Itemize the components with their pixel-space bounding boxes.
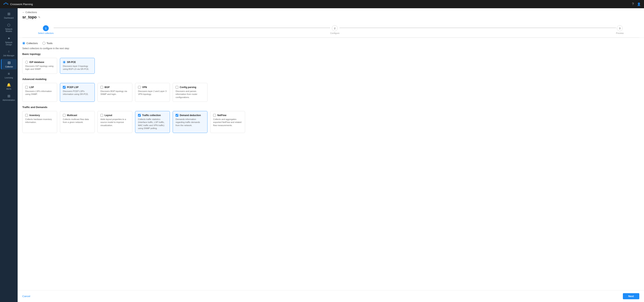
card-traffic-collection-title: Traffic collection xyxy=(142,114,161,117)
card-bgp-desc: Discovers BGP topology via SNMP and logi… xyxy=(100,90,130,96)
sidebar-item-network-models[interactable]: ⬡ Network Models xyxy=(1,21,17,34)
sidebar-item-dashboard[interactable]: ⊞ Dashboard xyxy=(1,10,17,21)
card-netflow-title: NetFlow xyxy=(217,114,226,117)
card-multicast[interactable]: Multicast Collects multicast flow data f… xyxy=(60,111,95,133)
breadcrumb[interactable]: ← Collections xyxy=(22,11,639,14)
radio-collectors-input[interactable] xyxy=(22,42,25,45)
card-sr-pce[interactable]: SR-PCE Discovers layer 3 topology using … xyxy=(60,58,95,74)
page-title: sr_topo xyxy=(22,15,36,20)
card-traffic-collection-desc: Collects traffic statistics (Interface t… xyxy=(138,118,167,130)
svg-rect-1 xyxy=(4,3,5,4)
wizard-step-2: 2 Configure xyxy=(330,25,340,34)
card-pcep-lsp-title: PCEP LSP xyxy=(67,86,78,89)
card-lsp[interactable]: LSP Discovers LSPs information using SNM… xyxy=(22,83,57,102)
sidebar-label-network-design: Network Design xyxy=(2,41,16,46)
card-inventory-title: Inventory xyxy=(29,114,40,117)
checkbox-traffic-collection[interactable] xyxy=(138,114,141,117)
cards-advanced-modeling: LSP Discovers LSPs information using SNM… xyxy=(22,83,639,102)
main-content: ← Collections sr_topo ✎ 1 Select collect… xyxy=(18,8,644,302)
checkbox-pcep-lsp[interactable] xyxy=(63,86,66,89)
checkbox-layout[interactable] xyxy=(100,114,103,117)
wizard-step-1-label: Select collectors xyxy=(38,32,54,34)
card-lsp-header: LSP xyxy=(25,86,54,89)
checkbox-inventory[interactable] xyxy=(25,114,28,117)
svg-rect-4 xyxy=(8,4,8,5)
checkbox-demand-deduction[interactable] xyxy=(176,114,178,117)
sidebar-item-collector[interactable]: ⊟ Collector xyxy=(1,59,17,69)
checkbox-lsp[interactable] xyxy=(25,86,28,89)
card-config-parsing[interactable]: Config parsing Discovers and parses info… xyxy=(173,83,208,102)
card-netflow[interactable]: NetFlow Collects and aggregates exported… xyxy=(210,111,245,133)
wizard-step-2-circle: 2 xyxy=(332,25,338,31)
help-icon[interactable]: ? xyxy=(632,2,634,6)
card-vpn[interactable]: VPN Discovers layer 2 and Layer 3 VPN to… xyxy=(135,83,170,102)
app-title: Crosswork Planning xyxy=(10,3,33,6)
card-lsp-title: LSP xyxy=(29,86,34,89)
card-igp-desc: Discovers IGP topology using login and S… xyxy=(25,65,54,71)
card-multicast-desc: Collects multicast flow data from a give… xyxy=(63,118,92,124)
card-demand-deduction[interactable]: Demand deduction Demands information reg… xyxy=(173,111,208,133)
breadcrumb-label: Collections xyxy=(26,11,37,14)
network-design-icon: ✦ xyxy=(8,36,10,41)
wizard-step-3-label: Preview xyxy=(616,32,624,34)
cancel-button[interactable]: Cancel xyxy=(22,295,30,298)
card-bgp[interactable]: BGP Discovers BGP topology via SNMP and … xyxy=(98,83,132,102)
checkbox-vpn[interactable] xyxy=(138,86,141,89)
card-layout[interactable]: Layout Adds layout properties to a sourc… xyxy=(98,111,132,133)
card-multicast-header: Multicast xyxy=(63,114,92,117)
radio-tools-label: Tools xyxy=(46,42,52,45)
user-icon[interactable]: 👤 xyxy=(637,2,641,6)
wizard-step-3-circle: 3 xyxy=(617,25,623,31)
section-title-advanced: Advanced modeling xyxy=(22,78,639,81)
sidebar-item-alerts[interactable]: 🔔 Alerts xyxy=(1,81,17,92)
card-config-parsing-desc: Discovers and parses information from ro… xyxy=(176,90,204,99)
dashboard-icon: ⊞ xyxy=(8,12,10,16)
sidebar-label-collector: Collector xyxy=(5,66,13,68)
card-igp-title: IGP database xyxy=(29,61,44,64)
card-inventory-desc: Collects hardware inventory information. xyxy=(25,118,54,124)
checkbox-multicast[interactable] xyxy=(63,114,66,117)
radio-collectors-label: Collectors xyxy=(26,42,38,45)
card-config-parsing-header: Config parsing xyxy=(176,86,204,89)
card-pcep-lsp[interactable]: PCEP LSP Discovers PCEP LSPs information… xyxy=(60,83,95,102)
collector-icon: ⊟ xyxy=(8,61,10,65)
card-layout-header: Layout xyxy=(100,114,130,117)
next-button[interactable]: Next xyxy=(623,293,639,299)
sidebar-item-licensing[interactable]: ≡ Licensing xyxy=(1,70,17,80)
top-nav: Crosswork Planning ? 👤 xyxy=(0,0,644,8)
cards-basic-topology: IGP database Discovers IGP topology usin… xyxy=(22,58,639,74)
wizard-line-2 xyxy=(340,28,616,28)
wizard-bar: 1 Select collectors 2 Configure 3 Previe… xyxy=(22,22,639,38)
svg-rect-2 xyxy=(6,3,7,4)
card-layout-desc: Adds layout properties to a source model… xyxy=(100,118,130,127)
card-vpn-desc: Discovers layer 2 and Layer 3 VPN topolo… xyxy=(138,90,167,96)
sidebar-item-network-design[interactable]: ✦ Network Design xyxy=(1,35,17,47)
footer-bar: Cancel Next xyxy=(18,290,644,302)
card-igp-database[interactable]: IGP database Discovers IGP topology usin… xyxy=(22,58,57,74)
radio-igp[interactable] xyxy=(25,61,28,64)
radio-tools[interactable]: Tools xyxy=(42,42,52,45)
card-vpn-header: VPN xyxy=(138,86,167,89)
card-sr-pce-header: SR-PCE xyxy=(63,61,92,64)
checkbox-config-parsing[interactable] xyxy=(176,86,178,89)
svg-rect-0 xyxy=(6,2,6,4)
radio-sr-pce[interactable] xyxy=(63,61,66,64)
card-traffic-collection[interactable]: Traffic collection Collects traffic stat… xyxy=(135,111,170,133)
job-manager-icon: ↑ xyxy=(8,50,10,54)
sidebar-item-administration[interactable]: ⊞ Administration xyxy=(1,92,17,103)
card-traffic-collection-header: Traffic collection xyxy=(138,114,167,117)
checkbox-netflow[interactable] xyxy=(213,114,216,117)
card-vpn-title: VPN xyxy=(142,86,147,89)
card-inventory[interactable]: Inventory Collects hardware inventory in… xyxy=(22,111,57,133)
radio-collectors[interactable]: Collectors xyxy=(22,42,38,45)
sidebar: ⊞ Dashboard ⬡ Network Models ✦ Network D… xyxy=(0,8,18,302)
edit-title-icon[interactable]: ✎ xyxy=(38,16,40,19)
card-demand-deduction-title: Demand deduction xyxy=(180,114,201,117)
radio-tools-input[interactable] xyxy=(42,42,46,45)
wizard-line-1 xyxy=(54,28,330,28)
sidebar-item-job-manager[interactable]: ↑ Job Manager xyxy=(1,48,17,58)
sidebar-label-job-manager: Job Manager xyxy=(3,55,14,57)
administration-icon: ⊞ xyxy=(8,94,10,98)
checkbox-bgp[interactable] xyxy=(100,86,103,89)
cards-traffic-demands: Inventory Collects hardware inventory in… xyxy=(22,111,639,133)
